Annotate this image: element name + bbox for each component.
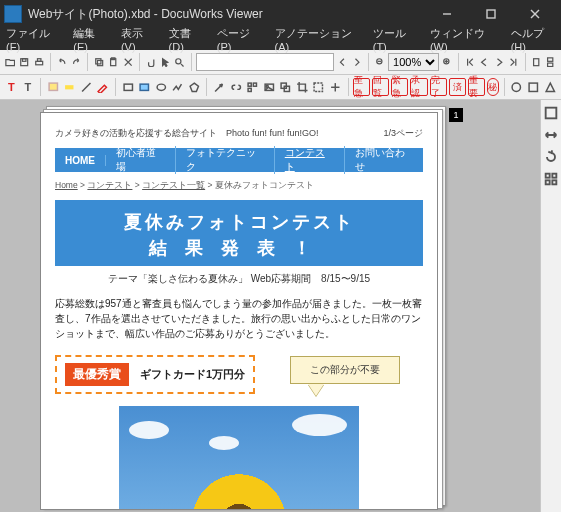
menu-window[interactable]: ウィンドウ(W) [430,26,497,53]
svg-rect-4 [21,59,28,66]
zoom-out-icon[interactable] [374,51,386,73]
delete-icon[interactable] [122,51,134,73]
bc-home[interactable]: Home [55,180,78,190]
polygon-icon[interactable] [187,76,202,98]
stamp-urgent[interactable]: 至急 [353,78,370,96]
bc-contest[interactable]: コンテスト [87,180,132,190]
stamp-approve[interactable]: 承認 [410,78,427,96]
select-all-icon[interactable] [311,76,326,98]
last-page-icon[interactable] [507,51,519,73]
pointer-icon[interactable] [159,51,171,73]
nav-beginner[interactable]: 初心者道場 [106,146,176,174]
toolbar-vertical [540,100,561,512]
pen-red-icon[interactable] [95,76,110,98]
hand-icon[interactable] [145,51,157,73]
image-icon[interactable] [262,76,277,98]
menu-file[interactable]: ファイル(F) [6,26,59,53]
arrow-icon[interactable] [212,76,227,98]
window-minimize-button[interactable] [425,0,469,28]
vtool-thumbs-icon[interactable] [542,170,560,188]
group-icon[interactable] [278,76,293,98]
menu-view[interactable]: 表示(V) [121,26,155,53]
circle-tool-icon[interactable] [509,76,524,98]
copy-icon[interactable] [93,51,105,73]
zoom-in-icon[interactable] [441,51,453,73]
menu-tool[interactable]: ツール(T) [373,26,416,53]
separator [115,78,116,96]
triangle-tool-icon[interactable] [543,76,558,98]
page-badge: 1 [449,108,463,122]
svg-rect-47 [552,174,556,178]
breadcrumb: Home > コンテスト > コンテスト一覧 > 夏休みフォトコンテスト [55,180,423,192]
save-icon[interactable] [18,51,30,73]
undo-icon[interactable] [56,51,68,73]
prize-value: ギフトカード1万円分 [140,368,245,380]
stamp-complete[interactable]: 済 [449,78,466,96]
stamp-secret[interactable]: 秘 [487,78,499,96]
highlight-icon[interactable] [62,76,77,98]
redo-icon[interactable] [70,51,82,73]
text-icon[interactable]: T [21,76,36,98]
hero-line1: 夏休みフォトコンテスト [55,210,423,234]
text-red-icon[interactable]: T [4,76,19,98]
crop-icon[interactable] [295,76,310,98]
stamp-emergency[interactable]: 緊急 [391,78,408,96]
separator [504,78,505,96]
separator [139,53,140,71]
callout-tail-icon [308,384,324,396]
search-next-icon[interactable] [351,51,363,73]
layout-single-icon[interactable] [530,51,542,73]
prev-page-icon[interactable] [478,51,490,73]
rect-icon[interactable] [121,76,136,98]
menu-help[interactable]: ヘルプ(H) [511,26,555,53]
open-icon[interactable] [4,51,16,73]
next-page-icon[interactable] [493,51,505,73]
print-icon[interactable] [33,51,45,73]
qr-icon[interactable] [245,76,260,98]
vtool-rotate-icon[interactable] [542,148,560,166]
stamp-circulate[interactable]: 回覧 [372,78,389,96]
menu-annotation[interactable]: アノテーション(A) [275,26,359,53]
menu-edit[interactable]: 編集(E) [73,26,107,53]
first-page-icon[interactable] [464,51,476,73]
link-icon[interactable] [229,76,244,98]
layout-continuous-icon[interactable] [544,51,556,73]
svg-rect-9 [97,60,102,65]
bc-contest-list[interactable]: コンテスト一覧 [142,180,205,190]
document-canvas[interactable]: 1 カメラ好きの活動を応援する総合サイト Photo fun! fun! fun… [0,100,561,512]
nav-contest[interactable]: コンテスト [275,146,345,174]
search-input[interactable] [196,53,334,71]
nav-home[interactable]: HOME [55,155,106,166]
search-prev-icon[interactable] [336,51,348,73]
rect-fill-icon[interactable] [137,76,152,98]
nav-technique[interactable]: フォトテクニック [176,146,275,174]
svg-rect-46 [546,174,550,178]
svg-point-31 [157,84,165,90]
align-icon[interactable] [328,76,343,98]
menu-page[interactable]: ページ(P) [217,26,261,53]
window-maximize-button[interactable] [469,0,513,28]
hero-line2: 結果発表！ [55,236,423,260]
zoom-select[interactable]: 100% [388,53,439,71]
stamp-important[interactable]: 重要 [468,78,485,96]
paste-icon[interactable] [107,51,119,73]
square-tool-icon[interactable] [526,76,541,98]
ellipse-icon[interactable] [154,76,169,98]
vtool-fit-icon[interactable] [542,104,560,122]
svg-rect-49 [552,180,556,184]
polyline-icon[interactable] [170,76,185,98]
site-nav: HOME 初心者道場 フォトテクニック コンテスト お問い合わせ [55,148,423,172]
nav-contact[interactable]: お問い合わせ [345,146,424,174]
svg-rect-45 [546,108,557,119]
svg-rect-23 [534,59,539,66]
note-icon[interactable] [46,76,61,98]
vtool-width-icon[interactable] [542,126,560,144]
callout-annotation[interactable]: この部分が不要 [290,356,400,396]
separator [206,78,207,96]
zoom-icon[interactable] [173,51,185,73]
line-icon[interactable] [79,76,94,98]
menu-document[interactable]: 文書(D) [169,26,203,53]
stamp-done[interactable]: 完了 [430,78,447,96]
svg-rect-33 [248,83,251,86]
window-close-button[interactable] [513,0,557,28]
